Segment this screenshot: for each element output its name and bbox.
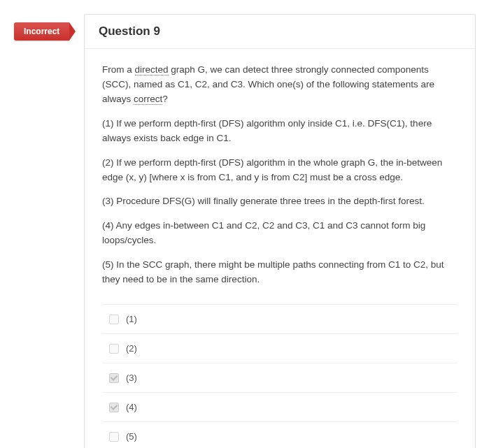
answer-label: (2)	[126, 343, 137, 354]
question-header: Question 9	[85, 15, 475, 49]
question-title: Question 9	[99, 24, 461, 38]
question-paragraph: (5) In the SCC graph, there might be mul…	[102, 258, 458, 287]
answer-option[interactable]: (1)	[102, 304, 458, 333]
answer-option[interactable]: (4)	[102, 392, 458, 421]
question-paragraph: (2) If we perform depth-first (DFS) algo…	[102, 156, 458, 185]
question-paragraph: (3) Procedure DFS(G) will finally genera…	[102, 194, 458, 209]
answer-option[interactable]: (3)	[102, 363, 458, 392]
answer-option[interactable]: (2)	[102, 333, 458, 363]
checkbox-icon[interactable]	[109, 432, 119, 442]
checkbox-icon[interactable]	[109, 373, 119, 383]
question-wrapper: Incorrect Question 9 From a directed gra…	[14, 14, 476, 448]
checkbox-icon[interactable]	[109, 315, 119, 324]
answer-option[interactable]: (5)	[102, 421, 458, 448]
answer-label: (5)	[126, 431, 137, 442]
checkbox-icon[interactable]	[109, 403, 119, 412]
question-paragraph: (1) If we perform depth-first (DFS) algo…	[102, 117, 458, 146]
checkbox-icon[interactable]	[109, 344, 119, 354]
question-paragraph: From a directed graph G, we can detect t…	[102, 63, 458, 107]
answer-label: (4)	[126, 402, 137, 412]
question-card: Question 9 From a directed graph G, we c…	[84, 14, 476, 448]
question-body: From a directed graph G, we can detect t…	[85, 49, 475, 287]
result-badge: Incorrect	[14, 22, 69, 41]
answer-label: (1)	[126, 314, 137, 324]
question-paragraph: (4) Any edges in-between C1 and C2, C2 a…	[102, 219, 458, 248]
answer-list: (1)(2)(3)(4)(5)	[85, 297, 475, 448]
answer-label: (3)	[126, 373, 137, 383]
